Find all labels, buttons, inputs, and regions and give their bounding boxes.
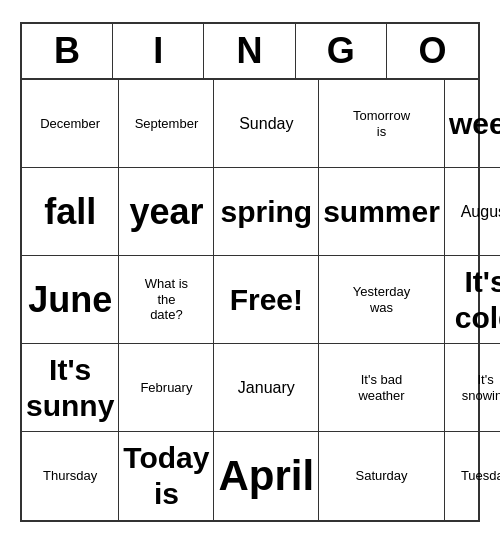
bingo-cell-22: April — [214, 432, 319, 520]
bingo-cell-11: What isthedate? — [119, 256, 214, 344]
header-letter-o: O — [387, 24, 478, 78]
cell-text-11: What isthedate? — [145, 276, 188, 323]
cell-text-23: Saturday — [355, 468, 407, 484]
bingo-cell-18: It's badweather — [319, 344, 445, 432]
cell-text-22: April — [218, 451, 314, 501]
bingo-cell-4: week — [445, 80, 500, 168]
bingo-cell-7: spring — [214, 168, 319, 256]
header-letter-g: G — [296, 24, 387, 78]
bingo-cell-21: Todayis — [119, 432, 214, 520]
bingo-cell-1: September — [119, 80, 214, 168]
cell-text-18: It's badweather — [358, 372, 404, 403]
cell-text-14: It'scold — [455, 264, 500, 336]
bingo-cell-9: August — [445, 168, 500, 256]
cell-text-8: summer — [323, 194, 440, 230]
bingo-cell-12: Free! — [214, 256, 319, 344]
bingo-cell-20: Thursday — [22, 432, 119, 520]
bingo-cell-15: It'ssunny — [22, 344, 119, 432]
cell-text-20: Thursday — [43, 468, 97, 484]
cell-text-1: September — [135, 116, 199, 132]
bingo-cell-14: It'scold — [445, 256, 500, 344]
bingo-cell-23: Saturday — [319, 432, 445, 520]
cell-text-9: August — [461, 202, 500, 221]
cell-text-17: January — [238, 378, 295, 397]
bingo-header: BINGO — [22, 24, 478, 80]
cell-text-4: week — [449, 106, 500, 142]
cell-text-7: spring — [220, 194, 312, 230]
cell-text-15: It'ssunny — [26, 352, 114, 424]
cell-text-3: Tomorrowis — [353, 108, 410, 139]
header-letter-b: B — [22, 24, 113, 78]
cell-text-21: Todayis — [123, 440, 209, 512]
cell-text-0: December — [40, 116, 100, 132]
cell-text-16: February — [140, 380, 192, 396]
cell-text-24: Tuesday — [461, 468, 500, 484]
cell-text-12: Free! — [230, 282, 303, 318]
cell-text-19: It'ssnowing — [462, 372, 500, 403]
bingo-cell-5: fall — [22, 168, 119, 256]
bingo-cell-2: Sunday — [214, 80, 319, 168]
bingo-card: BINGO DecemberSeptemberSundayTomorrowisw… — [20, 22, 480, 522]
header-letter-n: N — [204, 24, 295, 78]
cell-text-6: year — [129, 190, 203, 233]
bingo-cell-13: Yesterdaywas — [319, 256, 445, 344]
bingo-cell-3: Tomorrowis — [319, 80, 445, 168]
cell-text-10: June — [28, 278, 112, 321]
bingo-cell-17: January — [214, 344, 319, 432]
bingo-cell-16: February — [119, 344, 214, 432]
bingo-cell-19: It'ssnowing — [445, 344, 500, 432]
bingo-cell-10: June — [22, 256, 119, 344]
bingo-cell-0: December — [22, 80, 119, 168]
cell-text-13: Yesterdaywas — [353, 284, 410, 315]
bingo-cell-8: summer — [319, 168, 445, 256]
bingo-cell-24: Tuesday — [445, 432, 500, 520]
cell-text-2: Sunday — [239, 114, 293, 133]
bingo-cell-6: year — [119, 168, 214, 256]
header-letter-i: I — [113, 24, 204, 78]
bingo-grid: DecemberSeptemberSundayTomorrowisweekfal… — [22, 80, 478, 520]
cell-text-5: fall — [44, 190, 96, 233]
